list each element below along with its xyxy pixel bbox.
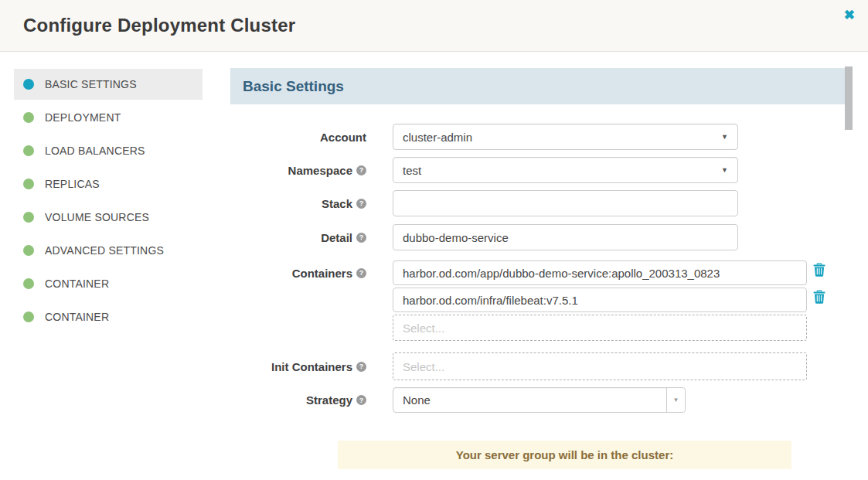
- chevron-down-icon: ▼: [666, 388, 685, 412]
- section-header: Basic Settings: [230, 68, 845, 104]
- chevron-down-icon: ▼: [721, 133, 728, 141]
- stack-label: Stack: [322, 197, 352, 210]
- help-icon[interactable]: ?: [356, 395, 366, 405]
- help-icon[interactable]: ?: [356, 233, 366, 243]
- status-dot-icon: [23, 145, 34, 156]
- sidebar-item-deployment[interactable]: DEPLOYMENT: [14, 102, 203, 133]
- sidebar-item-advanced-settings[interactable]: ADVANCED SETTINGS: [14, 235, 203, 266]
- stack-input[interactable]: [393, 190, 738, 216]
- strategy-label: Strategy: [306, 393, 352, 407]
- help-icon[interactable]: ?: [356, 362, 366, 372]
- account-select[interactable]: cluster-admin ▼: [393, 124, 738, 150]
- account-label: Account: [320, 131, 366, 144]
- namespace-select[interactable]: test ▼: [393, 157, 738, 183]
- trash-icon[interactable]: [812, 263, 826, 278]
- strategy-label-cell: Strategy ?: [230, 387, 366, 413]
- help-icon[interactable]: ?: [356, 268, 366, 278]
- detail-label-cell: Detail ?: [230, 224, 366, 250]
- status-dot-icon: [23, 245, 34, 256]
- sidebar-item-label: CONTAINER: [45, 311, 109, 323]
- status-dot-icon: [23, 311, 34, 322]
- sidebar-item-volume-sources[interactable]: VOLUME SOURCES: [14, 202, 203, 233]
- sidebar-item-container-2[interactable]: CONTAINER: [14, 301, 203, 332]
- cluster-info-banner: Your server group will be in the cluster…: [338, 441, 791, 469]
- status-dot-icon: [23, 179, 34, 189]
- wizard-sidebar: BASIC SETTINGS DEPLOYMENT LOAD BALANCERS…: [14, 69, 203, 335]
- namespace-value: test: [403, 164, 421, 177]
- status-dot-icon: [23, 79, 34, 90]
- configure-deployment-cluster-modal: Configure Deployment Cluster ✖ BASIC SET…: [0, 0, 868, 480]
- strategy-select[interactable]: None ▼: [393, 387, 686, 413]
- containers-label-cell: Containers ?: [230, 260, 366, 285]
- status-dot-icon: [23, 278, 34, 289]
- init-container-add-select[interactable]: [393, 352, 807, 380]
- sidebar-item-label: VOLUME SOURCES: [45, 211, 149, 223]
- sidebar-item-label: LOAD BALANCERS: [45, 145, 145, 157]
- section-title: Basic Settings: [243, 78, 344, 95]
- scrollbar-thumb[interactable]: [845, 66, 853, 130]
- chevron-down-icon: ▼: [721, 166, 728, 174]
- sidebar-item-label: BASIC SETTINGS: [45, 78, 137, 90]
- sidebar-item-label: CONTAINER: [45, 277, 109, 290]
- init-containers-label-cell: Init Containers ?: [230, 352, 366, 380]
- cluster-info-text: Your server group will be in the cluster…: [456, 448, 673, 461]
- sidebar-item-label: ADVANCED SETTINGS: [45, 244, 164, 257]
- detail-input[interactable]: [393, 224, 738, 250]
- account-label-cell: Account: [230, 124, 366, 150]
- modal-header: Configure Deployment Cluster: [0, 0, 868, 52]
- account-value: cluster-admin: [403, 131, 472, 144]
- trash-icon[interactable]: [812, 290, 826, 305]
- container-image-input-2[interactable]: [393, 288, 807, 312]
- container-image-input-1[interactable]: [393, 260, 807, 285]
- namespace-label: Namespace: [288, 164, 352, 177]
- sidebar-item-basic-settings[interactable]: BASIC SETTINGS: [14, 69, 203, 100]
- strategy-value: None: [393, 393, 666, 407]
- container-add-select[interactable]: [393, 315, 807, 341]
- sidebar-item-container-1[interactable]: CONTAINER: [14, 268, 203, 299]
- detail-label: Detail: [321, 231, 352, 244]
- stack-label-cell: Stack ?: [230, 190, 366, 216]
- close-icon[interactable]: ✖: [844, 9, 855, 22]
- sidebar-item-label: DEPLOYMENT: [45, 111, 121, 124]
- containers-label: Containers: [292, 267, 352, 280]
- status-dot-icon: [23, 212, 34, 223]
- sidebar-item-load-balancers[interactable]: LOAD BALANCERS: [14, 135, 203, 166]
- sidebar-item-label: REPLICAS: [45, 178, 100, 190]
- sidebar-item-replicas[interactable]: REPLICAS: [14, 169, 203, 199]
- help-icon[interactable]: ?: [356, 199, 366, 209]
- status-dot-icon: [23, 112, 34, 123]
- init-containers-label: Init Containers: [271, 360, 352, 373]
- help-icon[interactable]: ?: [356, 165, 366, 175]
- modal-title: Configure Deployment Cluster: [23, 15, 295, 36]
- namespace-label-cell: Namespace ?: [230, 157, 366, 183]
